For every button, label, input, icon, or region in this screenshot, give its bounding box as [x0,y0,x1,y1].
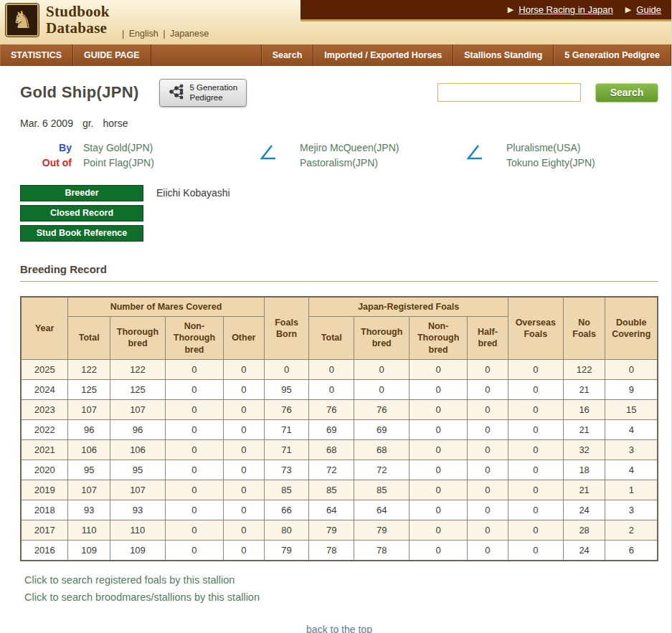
value-cell: 96 [110,419,166,439]
value-cell: 76 [354,399,410,419]
year-cell: 2022 [21,419,68,439]
closed-record-button[interactable]: Closed Record [20,205,143,222]
play-arrow-icon: ▶ [508,5,514,14]
year-cell: 2021 [21,439,68,460]
year-cell: 2025 [21,359,68,379]
value-cell: 68 [309,439,354,460]
value-cell: 4 [605,460,658,480]
value-cell: 0 [165,419,223,439]
language-switcher: | English | Japanese [122,29,211,39]
value-cell: 21 [563,419,605,439]
granddam-sire-link[interactable]: Pluralisme(USA) [506,141,595,156]
value-cell: 21 [563,480,605,500]
lang-english-link[interactable]: English [129,29,158,39]
col-no-foals: No Foals [563,297,605,360]
lang-japanese-link[interactable]: Japanese [170,29,209,39]
value-cell: 0 [468,439,508,460]
value-cell: 16 [563,399,605,419]
pedigree-button-label: 5 Generation Pedigree [190,82,238,103]
value-cell: 0 [410,500,468,520]
dam-dam-link[interactable]: Pastoralism(JPN) [300,156,399,171]
bottom-links: Click to search registered foals by this… [24,574,658,603]
five-generation-pedigree-button[interactable]: 5 Generation Pedigree [159,79,247,107]
nav-item-guide-page[interactable]: GUIDE PAGE [73,44,151,66]
value-cell: 0 [354,379,410,399]
value-cell: 0 [410,520,468,540]
search-registered-foals-link[interactable]: Click to search registered foals by this… [24,574,658,586]
col-year: Year [21,297,68,360]
dam-sire-link[interactable]: Mejiro McQueen(JPN) [300,141,399,156]
table-row: 2025122122000000001220 [21,359,658,379]
value-cell: 0 [223,500,264,520]
back-to-top: back to the top [20,623,658,633]
search-button[interactable]: Search [595,83,658,103]
colgroup-japan-registered: Japan-Registered Foals [309,297,508,317]
value-cell: 0 [165,359,223,379]
value-cell: 0 [165,500,223,520]
value-cell: 0 [508,540,563,561]
horse-racing-in-japan-link[interactable]: Horse Racing in Japan [519,4,613,15]
pedigree-dam-parents: Mejiro McQueen(JPN) Pastoralism(JPN) [258,141,465,171]
breeder-row: Breeder Eiichi Kobayashi [20,185,658,201]
guide-link[interactable]: Guide [636,4,661,15]
value-cell: 0 [508,460,563,480]
value-cell: 66 [264,500,309,520]
site-header: ♞ Studbook Database | English | Japanese… [0,0,671,44]
breeder-button[interactable]: Breeder [20,185,143,201]
sire-link[interactable]: Stay Gold(JPN) [83,141,154,156]
value-cell: 85 [264,480,309,500]
nav-left-group: STATISTICS GUIDE PAGE [0,44,151,66]
breeder-name: Eiichi Kobayashi [156,187,230,199]
value-cell: 32 [563,439,605,460]
col-mc-other: Other [223,317,264,360]
horse-glyph: ♞ [11,6,33,33]
value-cell: 0 [605,359,658,379]
table-header: Year Number of Mares Covered Foals Born … [21,297,658,360]
horse-logo-icon[interactable]: ♞ [6,4,39,37]
value-cell: 0 [223,419,264,439]
value-cell: 0 [223,540,264,561]
value-cell: 93 [110,500,166,520]
search-broodmares-stallions-link[interactable]: Click to search broodmares/stallions by … [24,591,658,603]
table-row: 2022969600716969000214 [21,419,658,439]
value-cell: 122 [110,359,166,379]
closed-record-row: Closed Record [20,205,658,222]
stud-book-reference-button[interactable]: Stud Book Reference [20,225,143,242]
col-jr-half-bred: Half- bred [468,317,508,360]
pedigree-granddam-parents: Pluralisme(USA) Tokuno Eighty(JPN) [465,141,595,171]
value-cell: 0 [508,359,563,379]
value-cell: 0 [223,379,264,399]
lang-separator: | [122,29,124,39]
value-cell: 0 [264,359,309,379]
section-title: Breeding Record [20,263,658,275]
studbook-reference-row: Stud Book Reference [20,225,658,242]
nav-item-stallions-standing[interactable]: Stallions Standing [453,44,554,66]
back-to-top-link[interactable]: back to the top [306,624,372,633]
value-cell: 95 [68,460,110,480]
col-mc-thoroughbred: Thorough bred [110,317,166,360]
value-cell: 122 [563,359,605,379]
value-cell: 0 [468,379,508,399]
nav-item-5gen-pedigree[interactable]: 5 Generation Pedigree [554,44,671,66]
table-row: 202110610600716868000323 [21,439,658,460]
value-cell: 0 [508,480,563,500]
value-cell: 107 [68,399,110,419]
table-row: 2023107107007676760001615 [21,399,658,419]
granddam-dam-link[interactable]: Tokuno Eighty(JPN) [506,156,595,171]
dam-link[interactable]: Point Flag(JPN) [83,156,154,171]
nav-item-statistics[interactable]: STATISTICS [0,44,73,66]
value-cell: 0 [165,520,223,540]
year-cell: 2019 [21,480,68,500]
col-mc-total: Total [68,317,110,360]
nav-item-imported-exported[interactable]: Imported / Exported Horses [313,44,453,66]
search-input[interactable] [437,83,581,102]
value-cell: 15 [605,399,658,419]
value-cell: 72 [354,460,410,480]
value-cell: 69 [354,419,410,439]
pedigree-angle-icon [258,144,276,171]
value-cell: 18 [563,460,605,480]
value-cell: 0 [468,520,508,540]
value-cell: 0 [223,399,264,419]
nav-item-search[interactable]: Search [261,44,314,66]
value-cell: 122 [68,359,110,379]
